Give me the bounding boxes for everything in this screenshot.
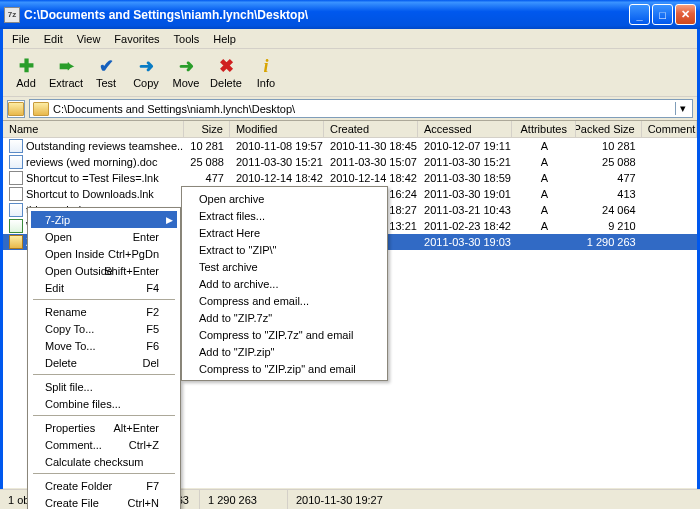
address-input[interactable]: C:\Documents and Settings\niamh.lynch\De… <box>29 99 693 118</box>
file-created: 2010-12-14 18:42 <box>324 172 418 184</box>
ctx-sub-item[interactable]: Add to "ZIP.zip" <box>185 343 384 360</box>
col-packed[interactable]: Packed Size <box>576 121 641 137</box>
menu-bar: File Edit View Favorites Tools Help <box>3 29 697 49</box>
menu-view[interactable]: View <box>70 31 108 47</box>
app-icon: 7z <box>4 7 20 23</box>
file-accessed: 2011-03-30 19:01 <box>418 188 512 200</box>
shortcut: F4 <box>146 282 159 294</box>
ctx-item[interactable]: Calculate checksum <box>31 453 177 470</box>
col-accessed[interactable]: Accessed <box>418 121 512 137</box>
ctx-sub-item[interactable]: Open archive <box>185 190 384 207</box>
menu-tools[interactable]: Tools <box>167 31 207 47</box>
table-row[interactable]: reviews (wed morning).doc25 0882011-03-3… <box>3 154 697 170</box>
ctx-item[interactable]: Copy To...F5 <box>31 320 177 337</box>
info-button[interactable]: iInfo <box>247 54 285 91</box>
file-size: 477 <box>184 172 230 184</box>
file-attr: A <box>512 156 576 168</box>
copy-button[interactable]: ➜Copy <box>127 54 165 91</box>
file-size: 10 281 <box>184 140 230 152</box>
test-button[interactable]: ✔Test <box>87 54 125 91</box>
col-attributes[interactable]: Attributes <box>512 121 576 137</box>
toolbar: ✚Add ➨Extract ✔Test ➜Copy ➜Move ✖Delete … <box>3 49 697 97</box>
folder-up-icon <box>8 102 24 116</box>
plus-icon: ✚ <box>16 56 36 76</box>
arrow-right-icon: ▶ <box>166 215 173 225</box>
maximize-button[interactable]: □ <box>652 4 673 25</box>
ctx-sub-item[interactable]: Extract files... <box>185 207 384 224</box>
file-created: 2010-11-30 18:45 <box>324 140 418 152</box>
ctx-item[interactable]: Split file... <box>31 378 177 395</box>
shortcut: F5 <box>146 323 159 335</box>
move-icon: ➜ <box>176 56 196 76</box>
shortcut: Alt+Enter <box>113 422 159 434</box>
ctx-item[interactable]: Comment...Ctrl+Z <box>31 436 177 453</box>
ctx-item[interactable]: Open InsideCtrl+PgDn <box>31 245 177 262</box>
minimize-button[interactable]: _ <box>629 4 650 25</box>
file-attr: A <box>512 220 576 232</box>
info-icon: i <box>256 56 276 76</box>
address-text: C:\Documents and Settings\niamh.lynch\De… <box>53 103 675 115</box>
ctx-sub-item[interactable]: Extract to "ZIP\" <box>185 241 384 258</box>
extract-icon: ➨ <box>56 56 76 76</box>
ctx-sub-item[interactable]: Compress to "ZIP.zip" and email <box>185 360 384 377</box>
file-icon <box>9 219 23 233</box>
ctx-sub-item[interactable]: Add to "ZIP.7z" <box>185 309 384 326</box>
up-button[interactable] <box>7 100 25 118</box>
file-name: Shortcut to Downloads.lnk <box>26 188 154 200</box>
shortcut: F6 <box>146 340 159 352</box>
ctx-item[interactable]: Combine files... <box>31 395 177 412</box>
file-created: 2011-03-30 15:07 <box>324 156 418 168</box>
menu-separator <box>33 374 175 375</box>
ctx-item[interactable]: EditF4 <box>31 279 177 296</box>
ctx-item[interactable]: DeleteDel <box>31 354 177 371</box>
menu-separator <box>33 299 175 300</box>
table-row[interactable]: Shortcut to =Test Files=.lnk4772010-12-1… <box>3 170 697 186</box>
table-row[interactable]: Outstanding reviews teamshee...10 281201… <box>3 138 697 154</box>
copy-icon: ➜ <box>136 56 156 76</box>
add-button[interactable]: ✚Add <box>7 54 45 91</box>
column-headers: Name Size Modified Created Accessed Attr… <box>3 121 697 138</box>
col-size[interactable]: Size <box>184 121 230 137</box>
file-icon <box>9 139 23 153</box>
col-name[interactable]: Name <box>3 121 184 137</box>
ctx-sub-item[interactable]: Extract Here <box>185 224 384 241</box>
ctx-item[interactable]: RenameF2 <box>31 303 177 320</box>
ctx-7zip[interactable]: 7-Zip▶ <box>31 211 177 228</box>
col-modified[interactable]: Modified <box>230 121 324 137</box>
menu-file[interactable]: File <box>5 31 37 47</box>
context-menu: 7-Zip▶ OpenEnterOpen InsideCtrl+PgDnOpen… <box>27 207 181 509</box>
menu-help[interactable]: Help <box>206 31 243 47</box>
file-packed: 477 <box>577 172 642 184</box>
window-title: C:\Documents and Settings\niamh.lynch\De… <box>24 8 629 22</box>
ctx-item[interactable]: Create FileCtrl+N <box>31 494 177 509</box>
file-attr: A <box>512 188 576 200</box>
ctx-item[interactable]: Open OutsideShift+Enter <box>31 262 177 279</box>
file-icon <box>9 171 23 185</box>
extract-button[interactable]: ➨Extract <box>47 54 85 91</box>
move-button[interactable]: ➜Move <box>167 54 205 91</box>
ctx-sub-item[interactable]: Test archive <box>185 258 384 275</box>
ctx-sub-item[interactable]: Compress and email... <box>185 292 384 309</box>
status-size2: 1 290 263 <box>200 490 288 509</box>
menu-edit[interactable]: Edit <box>37 31 70 47</box>
delete-button[interactable]: ✖Delete <box>207 54 245 91</box>
file-accessed: 2011-03-21 10:43 <box>418 204 512 216</box>
folder-icon <box>33 102 49 116</box>
ctx-sub-item[interactable]: Add to archive... <box>185 275 384 292</box>
address-dropdown[interactable]: ▾ <box>675 102 689 115</box>
ctx-item[interactable]: PropertiesAlt+Enter <box>31 419 177 436</box>
close-button[interactable]: ✕ <box>675 4 696 25</box>
col-created[interactable]: Created <box>324 121 418 137</box>
menu-separator <box>33 473 175 474</box>
col-comment[interactable]: Comment <box>642 121 697 137</box>
address-bar: C:\Documents and Settings\niamh.lynch\De… <box>3 97 697 121</box>
file-name: Shortcut to =Test Files=.lnk <box>26 172 159 184</box>
ctx-item[interactable]: OpenEnter <box>31 228 177 245</box>
menu-favorites[interactable]: Favorites <box>107 31 166 47</box>
ctx-item[interactable]: Move To...F6 <box>31 337 177 354</box>
ctx-sub-item[interactable]: Compress to "ZIP.7z" and email <box>185 326 384 343</box>
file-name: Outstanding reviews teamshee... <box>26 140 184 152</box>
title-bar: 7z C:\Documents and Settings\niamh.lynch… <box>0 0 700 29</box>
file-size: 25 088 <box>184 156 230 168</box>
ctx-item[interactable]: Create FolderF7 <box>31 477 177 494</box>
